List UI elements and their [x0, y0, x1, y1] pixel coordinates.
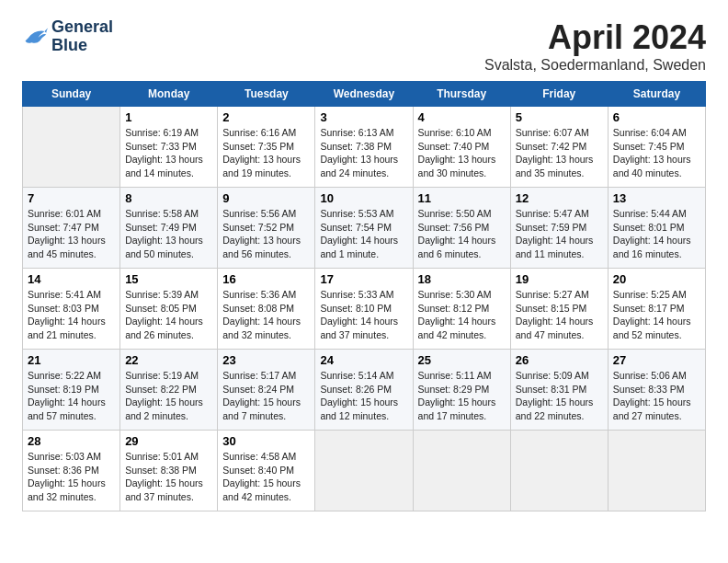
calendar-cell — [413, 431, 510, 511]
calendar-cell — [23, 107, 120, 188]
day-info: Sunrise: 5:53 AMSunset: 7:54 PMDaylight:… — [320, 207, 407, 261]
day-number: 11 — [418, 191, 506, 205]
calendar-cell: 11Sunrise: 5:50 AMSunset: 7:56 PMDayligh… — [413, 188, 510, 269]
day-number: 5 — [516, 110, 603, 124]
day-number: 13 — [613, 191, 700, 205]
column-header-wednesday: Wednesday — [315, 82, 413, 107]
day-number: 6 — [613, 110, 700, 124]
calendar-cell: 4Sunrise: 6:10 AMSunset: 7:40 PMDaylight… — [413, 107, 510, 188]
day-info: Sunrise: 5:09 AMSunset: 8:31 PMDaylight:… — [516, 369, 603, 423]
calendar-cell: 25Sunrise: 5:11 AMSunset: 8:29 PMDayligh… — [413, 350, 510, 431]
day-number: 16 — [222, 272, 310, 286]
location-title: Svalsta, Soedermanland, Sweden — [484, 57, 706, 74]
day-info: Sunrise: 5:50 AMSunset: 7:56 PMDaylight:… — [418, 207, 506, 261]
day-number: 9 — [222, 191, 310, 205]
day-info: Sunrise: 6:13 AMSunset: 7:38 PMDaylight:… — [320, 126, 407, 180]
day-info: Sunrise: 5:14 AMSunset: 8:26 PMDaylight:… — [320, 369, 407, 423]
day-info: Sunrise: 6:07 AMSunset: 7:42 PMDaylight:… — [516, 126, 603, 180]
column-header-tuesday: Tuesday — [218, 82, 315, 107]
calendar-table: SundayMondayTuesdayWednesdayThursdayFrid… — [22, 81, 706, 511]
day-number: 12 — [516, 191, 603, 205]
calendar-cell: 28Sunrise: 5:03 AMSunset: 8:36 PMDayligh… — [23, 431, 120, 511]
column-header-friday: Friday — [510, 82, 608, 107]
day-info: Sunrise: 5:39 AMSunset: 8:05 PMDaylight:… — [125, 288, 212, 342]
calendar-cell: 8Sunrise: 5:58 AMSunset: 7:49 PMDaylight… — [120, 188, 218, 269]
calendar-cell: 7Sunrise: 6:01 AMSunset: 7:47 PMDaylight… — [23, 188, 120, 269]
day-info: Sunrise: 5:58 AMSunset: 7:49 PMDaylight:… — [125, 207, 212, 261]
calendar-cell — [510, 431, 608, 511]
day-info: Sunrise: 5:17 AMSunset: 8:24 PMDaylight:… — [222, 369, 310, 423]
day-number: 1 — [125, 110, 212, 124]
day-info: Sunrise: 5:33 AMSunset: 8:10 PMDaylight:… — [320, 288, 407, 342]
day-number: 7 — [28, 191, 115, 205]
day-number: 30 — [222, 434, 310, 448]
column-header-saturday: Saturday — [608, 82, 705, 107]
day-number: 8 — [125, 191, 212, 205]
day-info: Sunrise: 6:10 AMSunset: 7:40 PMDaylight:… — [418, 126, 506, 180]
day-info: Sunrise: 6:04 AMSunset: 7:45 PMDaylight:… — [613, 126, 700, 180]
logo-bird-icon — [22, 26, 48, 48]
day-number: 27 — [613, 353, 700, 367]
day-number: 2 — [222, 110, 310, 124]
column-header-thursday: Thursday — [413, 82, 510, 107]
day-info: Sunrise: 6:16 AMSunset: 7:35 PMDaylight:… — [222, 126, 310, 180]
day-info: Sunrise: 5:41 AMSunset: 8:03 PMDaylight:… — [28, 288, 115, 342]
calendar-cell: 26Sunrise: 5:09 AMSunset: 8:31 PMDayligh… — [510, 350, 608, 431]
calendar-cell: 2Sunrise: 6:16 AMSunset: 7:35 PMDaylight… — [218, 107, 315, 188]
day-number: 4 — [418, 110, 506, 124]
day-info: Sunrise: 5:27 AMSunset: 8:15 PMDaylight:… — [516, 288, 603, 342]
calendar-cell — [315, 431, 413, 511]
calendar-cell: 14Sunrise: 5:41 AMSunset: 8:03 PMDayligh… — [23, 269, 120, 350]
day-number: 18 — [418, 272, 506, 286]
day-info: Sunrise: 5:47 AMSunset: 7:59 PMDaylight:… — [516, 207, 603, 261]
calendar-cell: 5Sunrise: 6:07 AMSunset: 7:42 PMDaylight… — [510, 107, 608, 188]
calendar-cell: 23Sunrise: 5:17 AMSunset: 8:24 PMDayligh… — [218, 350, 315, 431]
calendar-cell: 12Sunrise: 5:47 AMSunset: 7:59 PMDayligh… — [510, 188, 608, 269]
day-number: 28 — [28, 434, 115, 448]
day-info: Sunrise: 4:58 AMSunset: 8:40 PMDaylight:… — [222, 450, 310, 504]
calendar-cell: 16Sunrise: 5:36 AMSunset: 8:08 PMDayligh… — [218, 269, 315, 350]
day-number: 10 — [320, 191, 407, 205]
day-number: 14 — [28, 272, 115, 286]
calendar-cell: 21Sunrise: 5:22 AMSunset: 8:19 PMDayligh… — [23, 350, 120, 431]
day-number: 19 — [516, 272, 603, 286]
day-info: Sunrise: 5:06 AMSunset: 8:33 PMDaylight:… — [613, 369, 700, 423]
day-info: Sunrise: 5:01 AMSunset: 8:38 PMDaylight:… — [125, 450, 212, 504]
day-number: 26 — [516, 353, 603, 367]
calendar-cell: 30Sunrise: 4:58 AMSunset: 8:40 PMDayligh… — [218, 431, 315, 511]
calendar-cell: 22Sunrise: 5:19 AMSunset: 8:22 PMDayligh… — [120, 350, 218, 431]
day-info: Sunrise: 5:44 AMSunset: 8:01 PMDaylight:… — [613, 207, 700, 261]
day-number: 23 — [222, 353, 310, 367]
day-number: 29 — [125, 434, 212, 448]
day-number: 15 — [125, 272, 212, 286]
calendar-cell: 6Sunrise: 6:04 AMSunset: 7:45 PMDaylight… — [608, 107, 705, 188]
calendar-cell: 24Sunrise: 5:14 AMSunset: 8:26 PMDayligh… — [315, 350, 413, 431]
day-number: 24 — [320, 353, 407, 367]
calendar-cell: 9Sunrise: 5:56 AMSunset: 7:52 PMDaylight… — [218, 188, 315, 269]
calendar-cell: 20Sunrise: 5:25 AMSunset: 8:17 PMDayligh… — [608, 269, 705, 350]
calendar-cell: 29Sunrise: 5:01 AMSunset: 8:38 PMDayligh… — [120, 431, 218, 511]
day-number: 3 — [320, 110, 407, 124]
column-header-sunday: Sunday — [23, 82, 120, 107]
column-header-monday: Monday — [120, 82, 218, 107]
calendar-cell: 10Sunrise: 5:53 AMSunset: 7:54 PMDayligh… — [315, 188, 413, 269]
day-number: 22 — [125, 353, 212, 367]
day-number: 17 — [320, 272, 407, 286]
day-info: Sunrise: 5:03 AMSunset: 8:36 PMDaylight:… — [28, 450, 115, 504]
day-info: Sunrise: 5:30 AMSunset: 8:12 PMDaylight:… — [418, 288, 506, 342]
calendar-cell — [608, 431, 705, 511]
logo-text: General Blue — [51, 18, 113, 55]
calendar-cell: 18Sunrise: 5:30 AMSunset: 8:12 PMDayligh… — [413, 269, 510, 350]
day-info: Sunrise: 5:19 AMSunset: 8:22 PMDaylight:… — [125, 369, 212, 423]
day-info: Sunrise: 5:25 AMSunset: 8:17 PMDaylight:… — [613, 288, 700, 342]
day-info: Sunrise: 6:01 AMSunset: 7:47 PMDaylight:… — [28, 207, 115, 261]
calendar-cell: 1Sunrise: 6:19 AMSunset: 7:33 PMDaylight… — [120, 107, 218, 188]
calendar-cell: 17Sunrise: 5:33 AMSunset: 8:10 PMDayligh… — [315, 269, 413, 350]
day-number: 21 — [28, 353, 115, 367]
day-number: 25 — [418, 353, 506, 367]
day-info: Sunrise: 6:19 AMSunset: 7:33 PMDaylight:… — [125, 126, 212, 180]
logo: General Blue — [22, 18, 113, 55]
month-title: April 2024 — [484, 18, 706, 57]
day-number: 20 — [613, 272, 700, 286]
calendar-cell: 15Sunrise: 5:39 AMSunset: 8:05 PMDayligh… — [120, 269, 218, 350]
